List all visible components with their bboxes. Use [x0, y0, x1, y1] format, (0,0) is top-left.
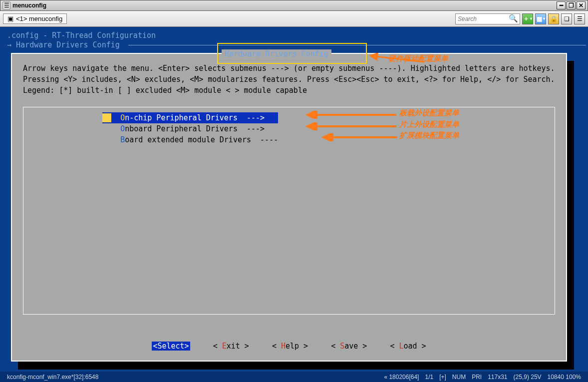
breadcrumb-line [128, 45, 586, 45]
view-button[interactable]: ▦ [535, 13, 546, 24]
menu-item-2[interactable]: Board extended module Drivers ---- [102, 134, 278, 145]
window-title: menuconfig [12, 2, 46, 9]
bottom-button-3[interactable]: < Save > [331, 342, 367, 351]
status-pri: PRI [472, 374, 482, 381]
status-size: 117x31 [488, 374, 507, 381]
menu-item-0[interactable]: On-chip Peripheral Drivers ---> [102, 112, 278, 123]
status-pos: 1/1 [425, 374, 433, 381]
annotation-row1-label: 片上外设配置菜单 [399, 120, 459, 129]
lock-button[interactable]: 🔒 [548, 13, 559, 24]
new-session-button[interactable]: ＋ [522, 13, 533, 24]
menu-item-1[interactable]: Onboard Peripheral Drivers ---> [102, 123, 278, 134]
toolbar: ▣ <1> menuconfig 🔍 ＋ ▦ 🔒 ❏ ☰ [0, 11, 588, 27]
annotation-row2-label: 扩展模块配置菜单 [399, 131, 459, 140]
minimize-button[interactable]: ━ [557, 1, 566, 9]
menu-box: On-chip Peripheral Drivers ---> Onboard … [23, 107, 555, 315]
close-button[interactable]: ✕ [577, 1, 586, 9]
menu-list: On-chip Peripheral Drivers ---> Onboard … [102, 112, 278, 145]
menuconfig-panel: Hardware Drivers Config Arrow keys navig… [11, 53, 567, 362]
config-path-line: .config - RT-Thread Configuration [0, 31, 588, 40]
tab-label: <1> menuconfig [16, 15, 62, 22]
panel-title: Hardware Drivers Config [222, 49, 331, 58]
breadcrumb-row: → Hardware Drivers Config [0, 40, 588, 49]
status-num: NUM [452, 374, 466, 381]
status-rev: « 180206[64] [384, 374, 419, 381]
bottom-button-1[interactable]: < Exit > [213, 342, 249, 351]
annotation-row0-label: 板载外设配置菜单 [399, 108, 459, 118]
status-bar: kconfig-mconf_win7.exe*[32]:6548 « 18020… [0, 372, 588, 382]
terminal-area: .config - RT-Thread Configuration → Hard… [0, 27, 588, 372]
status-exe: kconfig-mconf_win7.exe*[32]:6548 [7, 374, 98, 381]
bottom-button-row: <Select>< Exit >< Help >< Save >< Load > [12, 342, 566, 351]
terminal-tab[interactable]: ▣ <1> menuconfig [3, 13, 67, 24]
copy-button[interactable]: ❏ [561, 13, 572, 24]
menu-button[interactable]: ☰ [574, 13, 585, 24]
bottom-button-4[interactable]: < Load > [390, 342, 426, 351]
status-mem: 10840 100% [548, 374, 581, 381]
annotation-title-label: 硬件驱动配置菜单 [388, 54, 448, 63]
help-text: Arrow keys navigate the menu. <Enter> se… [23, 63, 555, 96]
breadcrumb-arrow: → [7, 40, 11, 49]
app-icon: ☰ [2, 1, 10, 9]
search-icon: 🔍 [509, 14, 518, 23]
maximize-button[interactable]: ❐ [567, 1, 576, 9]
window-titlebar: ☰ menuconfig ━ ❐ ✕ [0, 0, 588, 11]
terminal-icon: ▣ [7, 15, 13, 22]
breadcrumb-label: Hardware Drivers Config [16, 40, 120, 49]
status-cursor: (25,9) 25V [514, 374, 542, 381]
status-mod: [+] [439, 374, 446, 381]
bottom-button-0[interactable]: <Select> [152, 342, 190, 351]
bottom-button-2[interactable]: < Help > [272, 342, 308, 351]
